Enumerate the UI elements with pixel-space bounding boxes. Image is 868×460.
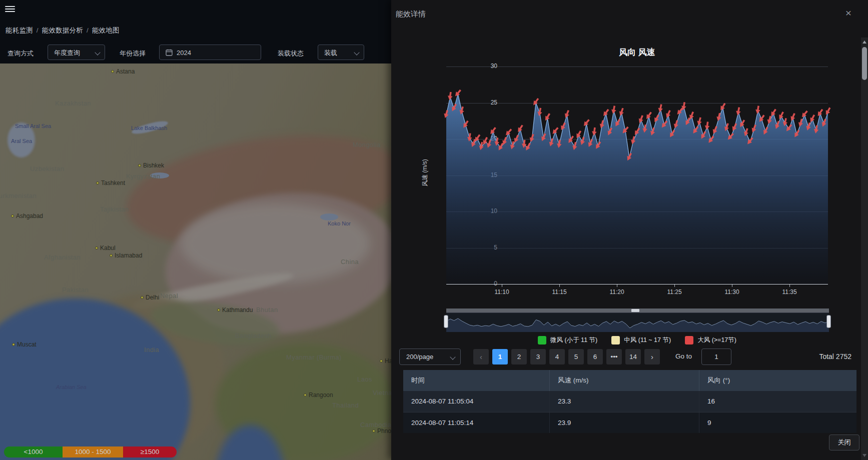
- datazoom-handle-right[interactable]: [826, 315, 831, 328]
- map-label-city: Islamabad: [115, 252, 142, 259]
- map-label-country: Turkmenistan: [0, 192, 37, 200]
- city-marker: [96, 182, 99, 184]
- breadcrumb-separator: /: [87, 26, 89, 34]
- map-label-water: Small Aral Sea: [15, 123, 51, 129]
- map-label-city: Kathmandu: [222, 306, 253, 314]
- legend-swatch-icon: [685, 336, 693, 344]
- page-button-6[interactable]: 6: [587, 349, 603, 364]
- map-label-city: Astana: [116, 68, 135, 75]
- year-picker[interactable]: 2024: [159, 44, 261, 60]
- query-mode-label: 查询方式: [8, 49, 34, 58]
- total-count: Total 2752: [741, 352, 851, 360]
- chevron-down-icon: [450, 354, 455, 360]
- page-size-select[interactable]: 200/page: [399, 348, 461, 365]
- more-pages-button[interactable]: •••: [606, 349, 622, 364]
- page-button-4[interactable]: 4: [549, 349, 565, 364]
- page-button-3[interactable]: 3: [530, 349, 546, 364]
- chevron-down-icon: [354, 50, 359, 55]
- datazoom-movebar[interactable]: [446, 308, 829, 312]
- datazoom-grip-icon[interactable]: [631, 309, 639, 312]
- table-header-cell: 时间: [403, 370, 550, 391]
- map-label-country: Kyrgyzstan: [126, 172, 160, 180]
- breadcrumb-item[interactable]: 能效数据分析: [42, 26, 83, 34]
- x-axis-tick: 11:30: [724, 288, 739, 296]
- city-marker: [217, 308, 220, 312]
- map-label-country: Kazakhstan: [55, 100, 91, 107]
- modal-mask[interactable]: [0, 64, 391, 460]
- map-label-water: Arabian Sea: [56, 384, 87, 390]
- x-tick-mark: [674, 284, 675, 287]
- query-mode-select[interactable]: 年度查询: [48, 44, 105, 60]
- wind-chart-plot[interactable]: [446, 66, 828, 284]
- x-axis: 11:1011:1511:2011:2511:3011:35: [446, 284, 828, 299]
- close-button[interactable]: 关闭: [829, 434, 859, 450]
- drawer-title: 能效详情: [396, 10, 426, 19]
- city-marker: [138, 164, 141, 167]
- datazoom-minichart: [446, 313, 829, 332]
- map-label-city: Delhi: [146, 294, 159, 301]
- x-axis-tick: 11:10: [494, 288, 509, 296]
- page-button-14[interactable]: 14: [625, 349, 641, 364]
- page-button-2[interactable]: 2: [511, 349, 527, 364]
- breadcrumb: 能耗监测/能效数据分析/能效地图: [6, 26, 120, 35]
- map-label-country: Myanmar (Burma): [286, 354, 342, 361]
- table-header-row: 时间风速 (m/s)风向 (°): [403, 370, 856, 391]
- prev-page-button[interactable]: ‹: [473, 349, 489, 364]
- datazoom-box[interactable]: [446, 312, 829, 332]
- map-label-country: India: [144, 346, 159, 354]
- x-axis-tick: 11:20: [609, 288, 624, 296]
- goto-page-input[interactable]: [701, 348, 731, 365]
- x-tick-mark: [559, 284, 560, 287]
- load-status-value: 装载: [324, 49, 337, 56]
- scroll-up-icon[interactable]: [862, 40, 866, 44]
- load-status-select[interactable]: 装载: [318, 44, 364, 60]
- city-marker: [111, 70, 114, 73]
- chart-legend-item[interactable]: 大风 (>=17节): [685, 336, 736, 344]
- map-label-country: Mongolia: [353, 141, 381, 148]
- datazoom-handle-left[interactable]: [444, 315, 448, 328]
- map-canvas[interactable]: KazakhstanMongoliaUzbekistanKyrgyzstanTu…: [0, 64, 391, 460]
- table-header-cell: 风速 (m/s): [550, 370, 699, 391]
- filter-bar: 查询方式 年度查询 年份选择 2024 装载状态 装载: [0, 44, 391, 61]
- detail-drawer: 能效详情 × 风向 风速 风速 (m/s) 051015202530 11:10…: [391, 0, 868, 460]
- map-label-water: Lake Balkhash: [131, 125, 167, 131]
- x-axis-tick: 11:15: [552, 288, 566, 296]
- scroll-down-icon[interactable]: [862, 454, 866, 457]
- breadcrumb-item[interactable]: 能耗监测: [6, 26, 33, 34]
- map-label-country: Pakistan: [62, 286, 89, 294]
- map-label-country: Laos: [357, 376, 372, 383]
- breadcrumb-item[interactable]: 能效地图: [92, 26, 120, 34]
- x-tick-mark: [617, 284, 617, 287]
- next-page-button[interactable]: ›: [644, 349, 660, 364]
- scrollbar-thumb[interactable]: [862, 47, 867, 80]
- map-label-country: Uzbekistan: [30, 165, 64, 172]
- x-tick-mark: [732, 284, 732, 287]
- chart-legend-item[interactable]: 微风 (小于 11 节): [538, 336, 597, 344]
- x-tick-mark: [789, 284, 790, 287]
- table-row: 2024-08-07 11:05:1423.99: [403, 412, 856, 433]
- breadcrumb-separator: /: [37, 26, 39, 34]
- pagination: ‹123456•••14›: [473, 349, 660, 364]
- city-marker: [11, 214, 14, 218]
- table-cell: 16: [699, 391, 856, 412]
- chart-legend-item[interactable]: 中风 (11 ~ 17 节): [611, 336, 671, 344]
- menu-icon[interactable]: [5, 6, 15, 14]
- city-marker: [141, 296, 144, 299]
- map-label-country: Thailand: [332, 402, 359, 409]
- chart-title: 风向 风速: [446, 46, 828, 58]
- table-header-cell: 风向 (°): [699, 370, 856, 391]
- map-label-city: Bishkek: [143, 162, 164, 169]
- datazoom-slider[interactable]: [446, 308, 829, 332]
- scrollbar-track[interactable]: [861, 38, 868, 460]
- map-label-country: Afghanistan: [44, 254, 81, 261]
- map-label-country: Tajikistan: [100, 206, 129, 213]
- goto-label: Go to: [675, 352, 692, 360]
- map-label-city: Rangoon: [309, 392, 333, 398]
- chevron-down-icon: [95, 50, 100, 55]
- map-label-country: Nepal: [160, 292, 178, 300]
- close-icon[interactable]: ×: [841, 6, 855, 20]
- table-cell: 23.3: [550, 391, 699, 412]
- page-button-1[interactable]: 1: [492, 349, 508, 364]
- page-button-5[interactable]: 5: [568, 349, 584, 364]
- map-label-city: Muscat: [17, 341, 37, 348]
